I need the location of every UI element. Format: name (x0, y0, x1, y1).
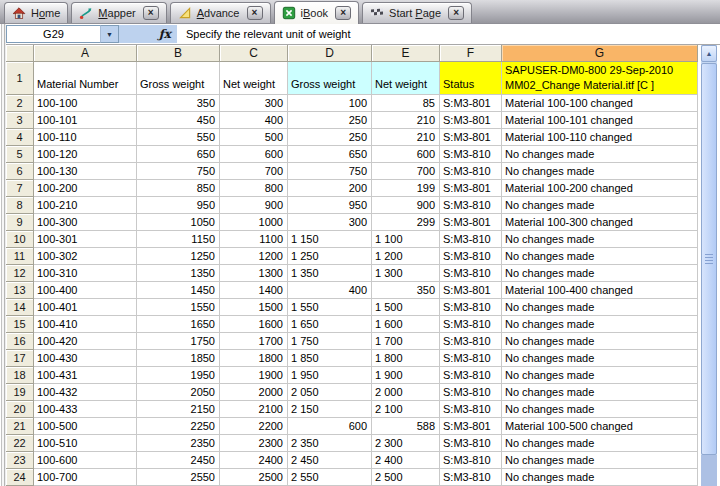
name-box-dropdown-button[interactable]: ▼ (100, 25, 119, 43)
cell-b14[interactable]: 1550 (137, 299, 220, 316)
row-header[interactable]: 7 (6, 180, 34, 197)
cell-g17[interactable]: No changes made (502, 350, 698, 367)
row-header[interactable]: 6 (6, 163, 34, 180)
cell-f10[interactable]: S:M3-810 (440, 231, 502, 248)
cell-c1[interactable]: Net weight (220, 62, 288, 95)
column-header-f[interactable]: F (440, 45, 502, 62)
column-header-b[interactable]: B (137, 45, 220, 62)
select-all-corner[interactable] (6, 45, 34, 62)
cell-f7[interactable]: S:M3-801 (440, 180, 502, 197)
cell-c17[interactable]: 1800 (220, 350, 288, 367)
cell-e20[interactable]: 2 100 (372, 401, 440, 418)
cell-c12[interactable]: 1300 (220, 265, 288, 282)
cell-b11[interactable]: 1250 (137, 248, 220, 265)
cell-d12[interactable]: 1 350 (288, 265, 372, 282)
cell-e9[interactable]: 299 (372, 214, 440, 231)
cell-b7[interactable]: 850 (137, 180, 220, 197)
cell-a4[interactable]: 100-110 (34, 129, 137, 146)
cell-g8[interactable]: No changes made (502, 197, 698, 214)
cell-a2[interactable]: 100-100 (34, 95, 137, 112)
row-header[interactable]: 24 (6, 469, 34, 486)
cell-d19[interactable]: 2 050 (288, 384, 372, 401)
cell-a23[interactable]: 100-600 (34, 452, 137, 469)
cell-c24[interactable]: 2500 (220, 469, 288, 486)
cell-f2[interactable]: S:M3-801 (440, 95, 502, 112)
cell-e8[interactable]: 900 (372, 197, 440, 214)
cell-b15[interactable]: 1650 (137, 316, 220, 333)
insert-function-icon[interactable]: ƒx (159, 27, 171, 41)
cell-d17[interactable]: 1 850 (288, 350, 372, 367)
cell-d14[interactable]: 1 550 (288, 299, 372, 316)
cell-c23[interactable]: 2400 (220, 452, 288, 469)
cell-g12[interactable]: No changes made (502, 265, 698, 282)
cell-d24[interactable]: 2 550 (288, 469, 372, 486)
cell-b20[interactable]: 2150 (137, 401, 220, 418)
cell-a20[interactable]: 100-433 (34, 401, 137, 418)
cell-e15[interactable]: 1 600 (372, 316, 440, 333)
cell-d5[interactable]: 650 (288, 146, 372, 163)
cell-f12[interactable]: S:M3-810 (440, 265, 502, 282)
cell-f3[interactable]: S:M3-801 (440, 112, 502, 129)
cell-e18[interactable]: 1 900 (372, 367, 440, 384)
cell-g22[interactable]: No changes made (502, 435, 698, 452)
cell-b1[interactable]: Gross weight (137, 62, 220, 95)
cell-c14[interactable]: 1500 (220, 299, 288, 316)
cell-a19[interactable]: 100-432 (34, 384, 137, 401)
cell-a16[interactable]: 100-420 (34, 333, 137, 350)
cell-g1[interactable]: SAPUSER-DM0-800 29-Sep-2010 MM02_Change … (502, 62, 698, 95)
cell-d20[interactable]: 2 150 (288, 401, 372, 418)
cell-g19[interactable]: No changes made (502, 384, 698, 401)
row-header[interactable]: 23 (6, 452, 34, 469)
cell-b4[interactable]: 550 (137, 129, 220, 146)
close-icon[interactable]: × (247, 6, 263, 20)
row-header[interactable]: 1 (6, 62, 34, 95)
cell-c21[interactable]: 2200 (220, 418, 288, 435)
cell-f1[interactable]: Status (440, 62, 502, 95)
cell-a22[interactable]: 100-510 (34, 435, 137, 452)
column-header-c[interactable]: C (220, 45, 288, 62)
cell-f21[interactable]: S:M3-801 (440, 418, 502, 435)
row-header[interactable]: 5 (6, 146, 34, 163)
row-header[interactable]: 17 (6, 350, 34, 367)
cell-g15[interactable]: No changes made (502, 316, 698, 333)
cell-g4[interactable]: Material 100-110 changed (502, 129, 698, 146)
cell-e4[interactable]: 210 (372, 129, 440, 146)
cell-a18[interactable]: 100-431 (34, 367, 137, 384)
cell-b16[interactable]: 1750 (137, 333, 220, 350)
cell-b22[interactable]: 2350 (137, 435, 220, 452)
cell-d11[interactable]: 1 250 (288, 248, 372, 265)
cell-b21[interactable]: 2250 (137, 418, 220, 435)
cell-f11[interactable]: S:M3-810 (440, 248, 502, 265)
cell-e1[interactable]: Net weight (372, 62, 440, 95)
cell-c18[interactable]: 1900 (220, 367, 288, 384)
cell-b18[interactable]: 1950 (137, 367, 220, 384)
cell-g21[interactable]: Material 100-500 changed (502, 418, 698, 435)
cell-d2[interactable]: 100 (288, 95, 372, 112)
row-header[interactable]: 8 (6, 197, 34, 214)
cell-d9[interactable]: 300 (288, 214, 372, 231)
cell-g5[interactable]: No changes made (502, 146, 698, 163)
row-header[interactable]: 4 (6, 129, 34, 146)
cell-b12[interactable]: 1350 (137, 265, 220, 282)
cell-g11[interactable]: No changes made (502, 248, 698, 265)
cell-f18[interactable]: S:M3-810 (440, 367, 502, 384)
row-header[interactable]: 13 (6, 282, 34, 299)
cell-f17[interactable]: S:M3-810 (440, 350, 502, 367)
cell-f13[interactable]: S:M3-801 (440, 282, 502, 299)
cell-c5[interactable]: 600 (220, 146, 288, 163)
cell-g7[interactable]: Material 100-200 changed (502, 180, 698, 197)
cell-b9[interactable]: 1050 (137, 214, 220, 231)
cell-a3[interactable]: 100-101 (34, 112, 137, 129)
cell-e17[interactable]: 1 800 (372, 350, 440, 367)
cell-e22[interactable]: 2 300 (372, 435, 440, 452)
cell-e19[interactable]: 2 000 (372, 384, 440, 401)
cell-c2[interactable]: 300 (220, 95, 288, 112)
cell-f24[interactable]: S:M3-810 (440, 469, 502, 486)
scrollbar-track[interactable] (701, 455, 717, 486)
cell-a17[interactable]: 100-430 (34, 350, 137, 367)
row-header[interactable]: 16 (6, 333, 34, 350)
cell-g20[interactable]: No changes made (502, 401, 698, 418)
cell-f16[interactable]: S:M3-810 (440, 333, 502, 350)
cell-b23[interactable]: 2450 (137, 452, 220, 469)
cell-e5[interactable]: 600 (372, 146, 440, 163)
